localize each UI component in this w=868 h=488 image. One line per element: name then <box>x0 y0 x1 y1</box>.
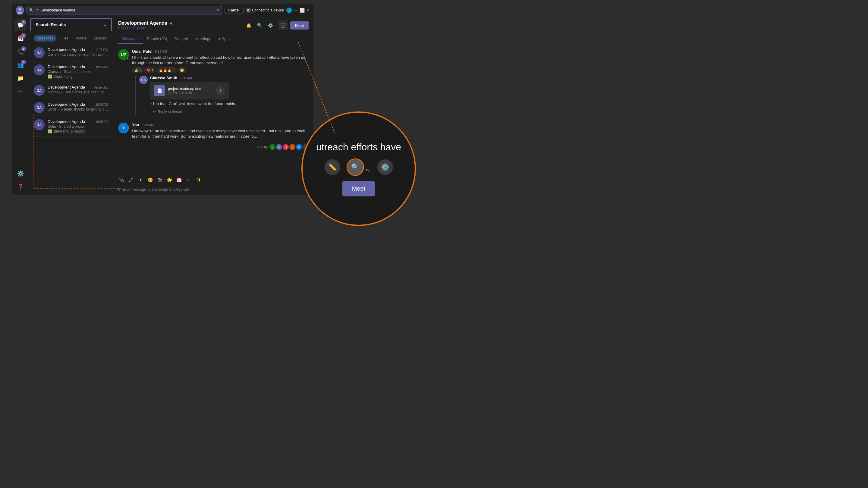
svg-text:DA: DA <box>36 89 42 93</box>
sidebar-item-settings[interactable]: ⚙️ <box>14 167 27 180</box>
reaction-heart[interactable]: ❤️ 1 <box>144 67 156 73</box>
cursor-pointer: ↖ <box>366 167 370 173</box>
result-avatar-4: DA <box>34 102 44 113</box>
message-umar: UP Umar Patel 8:12 AM I think we should … <box>118 49 309 118</box>
message-input[interactable] <box>117 186 310 193</box>
text-format-button[interactable]: T <box>136 175 145 184</box>
seen-avatar-4: S <box>289 144 296 150</box>
result-item-4[interactable]: DA Development Agenda 10/09/21 Umar - Hi… <box>29 99 113 116</box>
magnified-search-button[interactable]: 🔍 <box>347 159 363 175</box>
search-in-chat-button[interactable]: 🔍 <box>255 21 264 30</box>
monitor-icon: 🖥 <box>246 8 251 13</box>
calls-badge: 1 <box>21 46 26 51</box>
add-meet-button[interactable] <box>278 21 288 30</box>
tab-people[interactable]: People <box>72 35 90 41</box>
sidebar-item-files[interactable]: 📁 <box>14 72 27 84</box>
format-button[interactable]: 🖊️ <box>127 175 135 184</box>
maximize-button[interactable]: ⬜ <box>300 8 304 12</box>
sidebar-item-calendar[interactable]: 📅 1 <box>14 33 27 44</box>
magnify-overlay: utreach efforts have ✏️ 🔍 ↖ ⚙️ Meet <box>301 111 416 226</box>
schedule-button[interactable]: 📅 <box>175 175 183 184</box>
sticker-button[interactable]: 🌟 <box>165 175 174 184</box>
result-avatar-2: DA <box>34 64 44 75</box>
search-icon: 🔍 <box>29 8 34 12</box>
result-item-1[interactable]: DA Development Agenda 2:03 PM Darren - c… <box>29 44 113 61</box>
ai-compose-button[interactable]: ✨ <box>194 175 203 184</box>
tab-chat-messages[interactable]: Messages <box>118 34 143 44</box>
messages-container: UP Umar Patel 8:12 AM I think we should … <box>113 44 313 173</box>
sidebar-item-help[interactable]: ❓ <box>14 181 27 193</box>
result-avatar-3: DA <box>34 85 44 96</box>
msg-content-umar: Umar Patel 8:12 AM I think we should all… <box>132 49 309 118</box>
message-you: Y You 8:30 AM I know we're on tight sche… <box>118 123 309 139</box>
reply-to-thread-button[interactable]: ↩ Reply to thread <box>150 108 185 116</box>
file-icon-2: 🖼️ <box>48 74 52 78</box>
people-badge: 1 <box>21 60 26 64</box>
filter-icon[interactable]: ≡ <box>104 22 106 27</box>
result-item-2[interactable]: DA Development Agenda 8:44 AM Clarissa -… <box>29 61 113 82</box>
search-results-header: Search Results ≡ <box>30 18 112 31</box>
reaction-fire[interactable]: 🔥🔥🔥 3 <box>157 67 176 73</box>
magnified-text: utreach efforts have <box>316 141 401 154</box>
file-icon-5: 🖼️ <box>48 129 52 133</box>
sidebar-nav: 💬 5 📅 1 📞 1 👥 1 📁 ••• ⚙️ <box>12 17 29 195</box>
svg-text:DA: DA <box>36 51 42 55</box>
tab-files[interactable]: Files <box>58 35 71 41</box>
result-preview-5: Sofia - Shared a photo <box>48 124 108 129</box>
files-icon: 📁 <box>17 75 24 82</box>
search-bar[interactable]: 🔍 In: Development Agenda ✕ <box>27 6 222 14</box>
safe-badge: ✓ Safe <box>182 91 192 95</box>
svg-text:DA: DA <box>36 68 42 72</box>
favorite-star-icon[interactable]: ★ <box>169 21 173 26</box>
sidebar-item-more[interactable]: ••• <box>14 86 27 98</box>
magnified-annotate-button[interactable]: ✏️ <box>324 159 340 175</box>
meet-button[interactable]: Meet <box>290 22 309 30</box>
close-button[interactable]: ✕ <box>306 8 310 12</box>
magnified-settings-button[interactable]: ⚙️ <box>377 159 393 175</box>
result-name-4: Development Agenda <box>48 102 85 107</box>
annotate-icon: ✏️ <box>328 163 336 171</box>
result-preview-2: Clarissa - Shared 2 photos <box>48 70 108 74</box>
sidebar-item-calls[interactable]: 📞 1 <box>14 46 27 58</box>
result-preview-3: Matthew - Hey Sonali, I've been looking … <box>48 90 108 94</box>
result-time-5: 10/06/21 <box>95 120 108 124</box>
emoji-button[interactable]: 😊 <box>146 175 154 184</box>
app-window: 🔍 In: Development Agenda ✕ Cancel 🖥 Conn… <box>12 4 313 195</box>
notification-button[interactable]: 🔔 <box>244 21 253 30</box>
thread-reply: CS Clarissa Smith 8:28 AM 📄 <box>135 76 309 115</box>
tab-chat-meetings[interactable]: Meetings <box>192 34 215 44</box>
file-attachment: 📄 project-roadmap.doc 24 KB • ✓ <box>150 82 228 99</box>
tab-chat-people[interactable]: People (30) <box>143 34 170 44</box>
settings-button[interactable]: ⚙️ <box>266 21 275 30</box>
chat-header-actions: 🔔 🔍 ⚙️ Meet <box>244 21 309 30</box>
results-list: DA Development Agenda 2:03 PM Darren - c… <box>29 44 113 195</box>
giphy-button[interactable]: 🎬 <box>156 175 164 184</box>
result-name-2: Development Agenda <box>48 64 85 69</box>
result-avatar-1: DA <box>34 47 44 58</box>
magnified-content: utreach efforts have ✏️ 🔍 ↖ ⚙️ Meet <box>303 113 415 225</box>
more-toolbar[interactable]: ••• <box>184 175 193 184</box>
tab-chat-content[interactable]: Content <box>170 34 192 44</box>
cancel-button[interactable]: Cancel <box>224 7 244 14</box>
result-time-4: 10/09/21 <box>95 103 108 106</box>
result-item-5[interactable]: DA Development Agenda 10/06/21 Sofia - S… <box>29 116 113 137</box>
result-content-5: Development Agenda 10/06/21 Sofia - Shar… <box>48 119 108 133</box>
msg-time-umar: 8:12 AM <box>155 50 167 53</box>
sidebar-item-chat[interactable]: 💬 5 <box>14 19 27 31</box>
tab-spaces[interactable]: Spaces <box>91 35 109 41</box>
file-download-button[interactable]: ⬇ <box>216 87 224 95</box>
reaction-thumbsup[interactable]: 👍 1 <box>132 67 143 73</box>
magnified-meet-button[interactable]: Meet <box>342 181 375 196</box>
attach-button[interactable]: 📎 <box>117 175 125 184</box>
tab-messages[interactable]: Messages <box>34 35 56 41</box>
result-time-3: Yesterday <box>93 86 108 89</box>
search-clear-icon[interactable]: ✕ <box>216 8 219 12</box>
tab-chat-apps[interactable]: + Apps <box>215 34 234 44</box>
result-item-3[interactable]: DA Development Agenda Yesterday Matthew … <box>29 82 113 99</box>
reaction-smile[interactable]: 😊 <box>178 67 186 73</box>
minimize-button[interactable]: — <box>294 8 298 12</box>
sidebar-item-people[interactable]: 👥 1 <box>14 59 27 71</box>
seen-avatar-2: C <box>276 144 282 150</box>
connect-device-button[interactable]: 🖥 Connect to a device <box>246 8 284 13</box>
result-content-2: Development Agenda 8:44 AM Clarissa - Sh… <box>48 64 108 78</box>
